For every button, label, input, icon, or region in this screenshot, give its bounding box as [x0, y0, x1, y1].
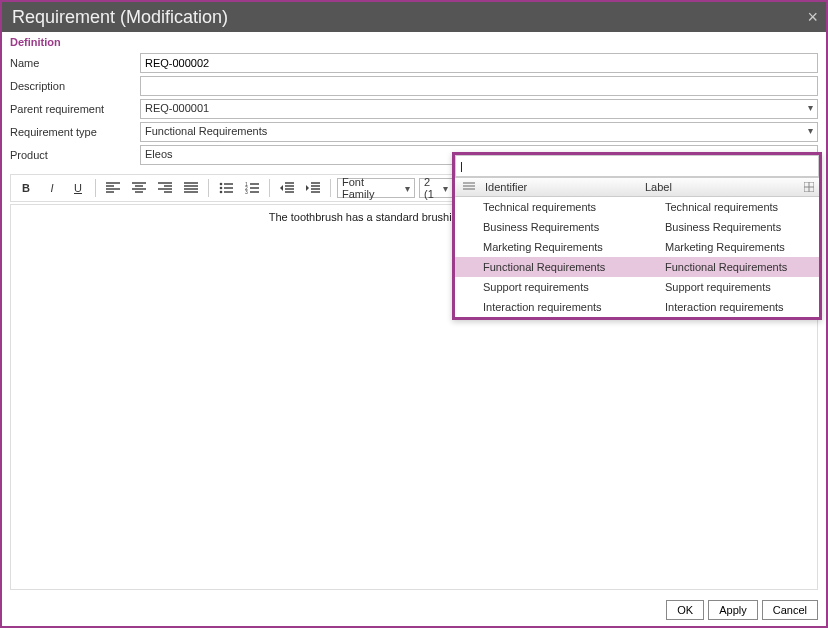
- align-left-button[interactable]: [102, 177, 124, 199]
- align-right-button[interactable]: [154, 177, 176, 199]
- ordered-list-button[interactable]: 123: [241, 177, 263, 199]
- description-label: Description: [10, 80, 140, 92]
- align-justify-button[interactable]: [180, 177, 202, 199]
- cancel-button[interactable]: Cancel: [762, 600, 818, 620]
- separator: [269, 179, 270, 197]
- dropdown-option[interactable]: Technical requirementsTechnical requirem…: [455, 197, 819, 217]
- dropdown-list: Technical requirementsTechnical requirem…: [455, 197, 819, 317]
- dropdown-option[interactable]: Interaction requirementsInteraction requ…: [455, 297, 819, 317]
- indent-button[interactable]: [302, 177, 324, 199]
- parent-requirement-select[interactable]: REQ-000001: [140, 99, 818, 119]
- option-label: Technical requirements: [637, 201, 819, 213]
- requirement-type-select[interactable]: Functional Requirements: [140, 122, 818, 142]
- dropdown-option[interactable]: Business RequirementsBusiness Requiremen…: [455, 217, 819, 237]
- modal-window: Requirement (Modification) × Definition …: [0, 0, 828, 628]
- dropdown-search-input[interactable]: [455, 155, 819, 177]
- option-identifier: Support requirements: [455, 281, 637, 293]
- option-label: Support requirements: [637, 281, 819, 293]
- grid-icon[interactable]: [799, 182, 819, 192]
- align-center-button[interactable]: [128, 177, 150, 199]
- option-label: Interaction requirements: [637, 301, 819, 313]
- svg-point-1: [220, 187, 223, 190]
- outdent-button[interactable]: [276, 177, 298, 199]
- name-field[interactable]: [140, 53, 818, 73]
- reqtype-label: Requirement type: [10, 126, 140, 138]
- separator: [330, 179, 331, 197]
- font-family-select[interactable]: Font Family: [337, 178, 415, 198]
- col-identifier[interactable]: Identifier: [479, 181, 639, 193]
- dialog-footer: OK Apply Cancel: [2, 594, 826, 626]
- svg-point-0: [220, 183, 223, 186]
- dropdown-option[interactable]: Marketing RequirementsMarketing Requirem…: [455, 237, 819, 257]
- col-label[interactable]: Label: [639, 181, 799, 193]
- bold-button[interactable]: B: [15, 177, 37, 199]
- unordered-list-button[interactable]: [215, 177, 237, 199]
- definition-form: Name Description Parent requirement REQ-…: [2, 50, 826, 168]
- italic-button[interactable]: I: [41, 177, 63, 199]
- option-identifier: Functional Requirements: [455, 261, 637, 273]
- dropdown-option[interactable]: Support requirementsSupport requirements: [455, 277, 819, 297]
- requirement-type-dropdown: Identifier Label Technical requirementsT…: [452, 152, 822, 320]
- close-icon[interactable]: ×: [807, 7, 818, 28]
- dropdown-option[interactable]: Functional RequirementsFunctional Requir…: [455, 257, 819, 277]
- description-field[interactable]: [140, 76, 818, 96]
- ok-button[interactable]: OK: [666, 600, 704, 620]
- option-identifier: Business Requirements: [455, 221, 637, 233]
- option-identifier: Interaction requirements: [455, 301, 637, 313]
- parent-label: Parent requirement: [10, 103, 140, 115]
- font-size-select[interactable]: 2 (1: [419, 178, 453, 198]
- name-label: Name: [10, 57, 140, 69]
- list-icon: [459, 182, 479, 192]
- apply-button[interactable]: Apply: [708, 600, 758, 620]
- dropdown-header: Identifier Label: [455, 177, 819, 197]
- product-label: Product: [10, 149, 140, 161]
- underline-button[interactable]: U: [67, 177, 89, 199]
- option-label: Functional Requirements: [637, 261, 819, 273]
- titlebar: Requirement (Modification) ×: [2, 2, 826, 32]
- separator: [95, 179, 96, 197]
- option-label: Business Requirements: [637, 221, 819, 233]
- option-label: Marketing Requirements: [637, 241, 819, 253]
- window-title: Requirement (Modification): [12, 7, 228, 28]
- separator: [208, 179, 209, 197]
- option-identifier: Technical requirements: [455, 201, 637, 213]
- svg-text:3: 3: [245, 189, 248, 194]
- svg-point-2: [220, 191, 223, 194]
- section-header: Definition: [2, 32, 826, 50]
- option-identifier: Marketing Requirements: [455, 241, 637, 253]
